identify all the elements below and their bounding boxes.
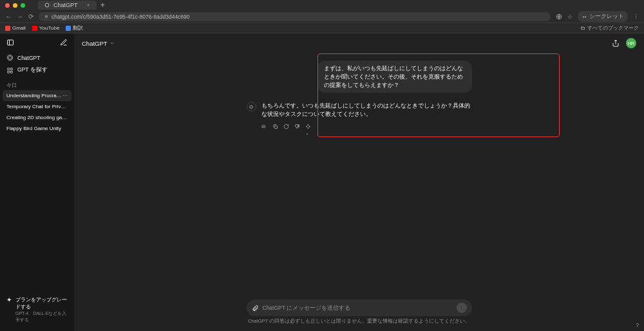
folder-icon: 🗀	[580, 25, 585, 31]
send-button[interactable]: ↑	[457, 303, 467, 313]
close-window-button[interactable]	[5, 3, 10, 8]
url-actions: ☆ シークレット ⋮	[556, 11, 639, 22]
bookmark-star-icon[interactable]: ☆	[567, 14, 573, 20]
svg-rect-1	[45, 16, 48, 17]
chevron-down-icon	[109, 41, 115, 46]
minimize-window-button[interactable]	[13, 3, 17, 8]
new-tab-button[interactable]: +	[100, 1, 105, 10]
conversation-title: Temporary Chat for Privacy	[6, 104, 69, 109]
highlight-annotation	[317, 53, 560, 137]
forward-button[interactable]: →	[17, 13, 23, 20]
conversation-title: Understanding Procrastination	[6, 93, 62, 99]
sidebar-chatgpt-label: ChatGPT	[17, 55, 40, 61]
collapse-sidebar-icon[interactable]	[6, 39, 14, 46]
assistant-avatar-icon	[247, 102, 256, 111]
svg-rect-10	[8, 68, 10, 70]
regenerate-icon[interactable]	[283, 124, 289, 136]
sidebar-conversation-active[interactable]: Understanding Procrastination ⋯	[3, 90, 71, 101]
explore-icon	[6, 67, 14, 74]
upgrade-subtitle: GPT-4、DALL·Eなどを入手する	[15, 310, 68, 323]
share-icon[interactable]	[612, 39, 620, 47]
bookmark-gmail[interactable]: Gmail	[5, 25, 26, 31]
avatar-initials: HR	[628, 41, 634, 46]
main-header: ChatGPT HR	[74, 33, 644, 53]
read-aloud-icon[interactable]	[261, 124, 267, 136]
browser-urlbar: ← → ⟳ chatgpt.com/c/590a3d51-7e95-4f1c-8…	[0, 10, 644, 23]
incognito-badge[interactable]: シークレット	[578, 11, 628, 22]
upgrade-title: プランをアップグレードする	[15, 296, 68, 310]
disclaimer-text: ChatGPT の回答は必ずしも正しいとは限りません。重要な情報は確認するように…	[74, 316, 644, 328]
gmail-icon	[5, 26, 10, 31]
all-bookmarks[interactable]: 🗀 すべてのブックマーク	[580, 24, 639, 32]
browser-titlebar: ChatGPT × +	[0, 0, 644, 10]
svg-marker-14	[261, 125, 263, 128]
tab-title: ChatGPT	[53, 2, 78, 8]
message-input[interactable]	[263, 305, 453, 311]
svg-point-0	[45, 3, 49, 7]
maximize-window-button[interactable]	[21, 3, 25, 8]
copy-icon[interactable]	[272, 124, 278, 136]
main-panel: ChatGPT HR まずは、私がいつも先延ばしにしてしまうのはどんなときか聞い…	[74, 33, 644, 331]
svg-rect-2	[45, 17, 48, 17]
sidebar-explore-label: GPT を探す	[17, 66, 48, 74]
translate-bm-icon	[66, 26, 71, 31]
thumbs-down-icon[interactable]	[294, 124, 300, 136]
message-input-wrap: ↑	[247, 299, 472, 316]
sidebar-item-chatgpt[interactable]: ChatGPT	[0, 52, 74, 64]
bookmark-youtube[interactable]: YouTube	[32, 25, 59, 31]
model-name: ChatGPT	[82, 40, 108, 47]
model-selector[interactable]: ChatGPT	[82, 40, 115, 47]
incognito-icon	[582, 14, 587, 19]
conversation-area: まずは、私がいつも先延ばしにしてしまうのはどんなときか聞いてください。その後、そ…	[74, 53, 644, 294]
svg-point-6	[585, 16, 586, 17]
window-controls	[5, 3, 25, 8]
bookmark-translate[interactable]: 翻訳	[66, 24, 83, 32]
help-icon[interactable]: ?	[636, 322, 639, 328]
translate-icon[interactable]	[556, 14, 562, 20]
chatgpt-icon	[6, 54, 14, 61]
svg-point-5	[583, 16, 584, 17]
sidebar: ChatGPT GPT を探す 今日 Understanding Procras…	[0, 33, 74, 331]
conversation-more-icon[interactable]: ⋯	[62, 93, 68, 99]
bookmarks-bar: Gmail YouTube 翻訳 🗀 すべてのブックマーク	[0, 23, 644, 33]
sidebar-upgrade[interactable]: ✦ プランをアップグレードする GPT-4、DALL·Eなどを入手する	[0, 292, 74, 327]
svg-rect-13	[10, 71, 12, 73]
new-chat-icon[interactable]	[60, 39, 68, 46]
svg-rect-3	[45, 15, 48, 16]
conversation-title: Flappy Bird Game Unity	[6, 126, 61, 131]
sidebar-conversation[interactable]: Temporary Chat for Privacy	[0, 101, 74, 112]
url-text: chatgpt.com/c/590a3d51-7e95-4f1c-8076-8a…	[52, 14, 190, 20]
incognito-label: シークレット	[589, 12, 624, 21]
reload-button[interactable]: ⟳	[28, 13, 33, 20]
menu-icon[interactable]: ⋮	[633, 14, 639, 20]
input-area: ↑ ChatGPT の回答は必ずしも正しいとは限りません。重要な情報は確認するよ…	[74, 294, 644, 331]
sidebar-conversation[interactable]: Creating 2D shooting game	[0, 112, 74, 123]
address-bar[interactable]: chatgpt.com/c/590a3d51-7e95-4f1c-8076-8a…	[39, 12, 551, 21]
back-button[interactable]: ←	[5, 13, 12, 20]
site-info-icon[interactable]	[44, 14, 49, 19]
youtube-icon	[32, 26, 37, 31]
tab-favicon	[44, 3, 50, 8]
sidebar-item-explore[interactable]: GPT を探す	[0, 64, 74, 77]
sidebar-conversation[interactable]: Flappy Bird Game Unity	[0, 123, 74, 134]
close-tab-icon[interactable]: ×	[87, 2, 90, 8]
svg-rect-11	[10, 68, 12, 70]
sparkle-icon: ✦	[6, 296, 12, 303]
attach-icon[interactable]	[252, 305, 259, 312]
svg-rect-12	[8, 71, 10, 73]
user-avatar[interactable]: HR	[626, 38, 636, 48]
sidebar-section-today: 今日	[0, 77, 74, 90]
browser-tab[interactable]: ChatGPT ×	[38, 1, 97, 10]
svg-rect-7	[8, 40, 14, 45]
model-switch-icon[interactable]: ⌄	[305, 124, 311, 136]
conversation-title: Creating 2D shooting game	[6, 115, 69, 120]
chatgpt-app: ChatGPT GPT を探す 今日 Understanding Procras…	[0, 33, 644, 331]
svg-rect-15	[274, 126, 277, 128]
